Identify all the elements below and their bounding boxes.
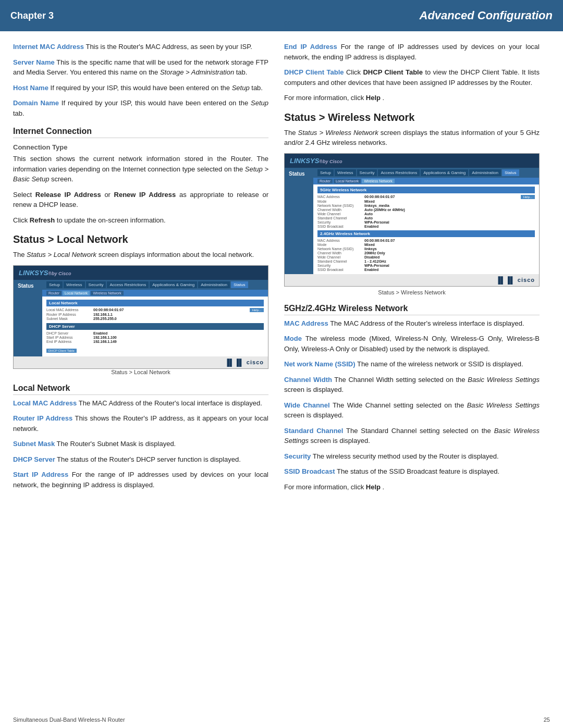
release-ip-pre: Select bbox=[13, 191, 35, 199]
status-wireless-heading: Status > Wireless Network bbox=[284, 112, 540, 124]
domain-name-term: Domain Name bbox=[13, 99, 59, 107]
start-ip-row: Start IP Address 192.168.1.100 bbox=[46, 336, 264, 339]
footer-left: Simultaneous Dual-Band Wireless-N Router bbox=[13, 717, 125, 723]
wireless-cisco-bars-icon: ▐▌▐▌ bbox=[496, 276, 515, 284]
wireless-linksys-footer: ▐▌▐▌ cisco bbox=[285, 274, 539, 286]
w-nav-wireless[interactable]: Wireless bbox=[335, 169, 356, 176]
domain-name-italic: Setup bbox=[251, 99, 268, 107]
wireless-body: 5GHz Wireless Network MAC Address 00:00:… bbox=[313, 184, 539, 274]
24ghz-stdch-row: Standard Channel 1 - 2.412GHz bbox=[317, 260, 535, 263]
dhcp-server-text: The status of the Router's DHCP server f… bbox=[57, 455, 241, 463]
nav-security[interactable]: Security bbox=[86, 281, 106, 288]
channel-width-text2: screen is displayed. bbox=[284, 386, 344, 393]
release-ip-bold1: Release IP Address bbox=[35, 191, 101, 199]
status-local-heading: Status > Local Network bbox=[13, 233, 268, 245]
channel-width-italic: Basic Wireless Settings bbox=[468, 376, 540, 384]
ssid-broadcast-para: SSID Broadcast The status of the SSID Br… bbox=[284, 466, 540, 477]
status-sidebar-label: Status bbox=[18, 283, 38, 289]
page-title: Advanced Configuration bbox=[420, 9, 553, 22]
dhcp-section-label: DHCP Server bbox=[46, 323, 264, 330]
cisco-logo: cisco bbox=[247, 359, 264, 365]
dhcp-client-bold: DHCP Client Table bbox=[363, 68, 423, 76]
refresh-para: Click Refresh to update the on-screen in… bbox=[13, 215, 268, 226]
linksys-body-local: Local Network Local MAC Address 00:00:86… bbox=[42, 297, 268, 356]
mode-term: Mode bbox=[284, 335, 302, 342]
connection-type-text1: This section shows the current network i… bbox=[13, 155, 268, 173]
security-text: The wireless security method used by the… bbox=[313, 452, 499, 460]
wide-channel-para: Wide Channel The Wide Channel setting se… bbox=[284, 400, 540, 421]
w-sub-local[interactable]: Local Network bbox=[334, 179, 361, 183]
local-network-caption: Status > Local Network bbox=[13, 369, 268, 375]
release-ip-bold2: Renew IP Address bbox=[114, 191, 176, 199]
nav-access[interactable]: Access Restrictions bbox=[107, 281, 149, 288]
release-ip-mid: or bbox=[104, 191, 114, 199]
wide-channel-term: Wide Channel bbox=[284, 401, 330, 409]
linksys-nav: Setup Wireless Security Access Restricti… bbox=[42, 280, 268, 290]
chapter-label: Chapter 3 bbox=[10, 10, 54, 21]
w-nav-status[interactable]: Status bbox=[502, 169, 519, 176]
local-mac-term: Local MAC Address bbox=[13, 399, 77, 407]
w-sub-router[interactable]: Router bbox=[317, 179, 333, 183]
24ghz-widech-row: Wide Channel Disabled bbox=[317, 255, 535, 259]
nav-admin[interactable]: Administration bbox=[198, 281, 230, 288]
dhcp-server-para: DHCP Server The status of the Router's D… bbox=[13, 454, 268, 465]
linksys-header: LINKSYS®by Cisco bbox=[14, 266, 268, 280]
mac-address-term: MAC Address bbox=[284, 319, 328, 327]
linksys-sub-nav: Router Local Network Wireless Network bbox=[42, 290, 268, 297]
server-name-text2: tab. bbox=[236, 68, 248, 76]
local-network-screenshot: LINKSYS®by Cisco Status Setup Wireless S… bbox=[13, 265, 268, 369]
w-nav-admin[interactable]: Administration bbox=[469, 169, 501, 176]
mode-para: Mode The wireless mode (Mixed, Wireless-… bbox=[284, 334, 540, 354]
sub-router[interactable]: Router bbox=[46, 291, 62, 295]
wireless-main-area: Setup Wireless Security Access Restricti… bbox=[313, 168, 539, 274]
w-nav-setup[interactable]: Setup bbox=[317, 169, 334, 176]
host-name-text: If required by your ISP, this would have… bbox=[51, 84, 232, 92]
right-help-para: For more information, click Help . bbox=[284, 93, 540, 103]
5ghz-section-title: 5GHz Wireless Network bbox=[317, 187, 535, 193]
wireless-status-sidebar: Status bbox=[285, 168, 313, 274]
w-sub-wireless[interactable]: Wireless Network bbox=[362, 179, 394, 183]
nav-setup[interactable]: Setup bbox=[46, 281, 63, 288]
main-content: Internet MAC Address This is the Router'… bbox=[0, 31, 563, 508]
sub-wireless[interactable]: Wireless Network bbox=[91, 291, 123, 295]
ghz-section-heading: 5GHz/2.4GHz Wireless Network bbox=[284, 304, 540, 315]
status-local-para: The Status > Local Network screen displa… bbox=[13, 250, 268, 260]
help-btn[interactable]: Help... bbox=[250, 308, 264, 312]
wireless-linksys-logo: LINKSYS®by Cisco bbox=[290, 157, 342, 165]
channel-width-para: Channel Width The Channel Width setting … bbox=[284, 375, 540, 395]
w-nav-security[interactable]: Security bbox=[357, 169, 377, 176]
24ghz-section-title: 2.4GHz Wireless Network bbox=[317, 230, 535, 237]
wireless-cisco-logo: cisco bbox=[518, 277, 535, 283]
sub-local-network[interactable]: Local Network bbox=[63, 291, 90, 295]
5ghz-security-row: Security WPA-Personal bbox=[317, 220, 535, 224]
standard-channel-para: Standard Channel The Standard Channel se… bbox=[284, 426, 540, 446]
dhcp-server-row: DHCP Server Enabled bbox=[46, 331, 264, 335]
w-nav-access[interactable]: Access Restrictions bbox=[378, 169, 420, 176]
local-mac-row: Local MAC Address 00:00:86:04:01:07 Help… bbox=[46, 308, 264, 312]
local-network-heading: Local Network bbox=[13, 384, 268, 395]
wide-channel-italic: Basic Wireless Settings bbox=[467, 401, 540, 409]
standard-channel-text: The Standard Channel setting selected on… bbox=[346, 427, 494, 435]
5ghz-mode-row: Mode Mixed bbox=[317, 200, 535, 203]
footer-right: 25 bbox=[544, 717, 550, 723]
host-name-para: Host Name If required by your ISP, this … bbox=[13, 83, 268, 93]
ssid-broadcast-term: SSID Broadcast bbox=[284, 467, 335, 475]
local-network-section-title: Local Network bbox=[46, 300, 264, 306]
subnet-mask-para: Subnet Mask The Router's Subnet Mask is … bbox=[13, 439, 268, 449]
connection-type-subheading: Connection Type bbox=[13, 143, 268, 151]
dhcp-client-table-button[interactable]: DHCP Client Table bbox=[46, 349, 77, 353]
w-help-btn[interactable]: Help... bbox=[521, 195, 535, 199]
security-para: Security The wireless security method us… bbox=[284, 451, 540, 462]
nav-wireless[interactable]: Wireless bbox=[64, 281, 85, 288]
subnet-mask-term: Subnet Mask bbox=[13, 440, 55, 448]
ssid-text: The name of the wireless network or SSID… bbox=[357, 360, 523, 368]
w-nav-apps[interactable]: Applications & Gaming bbox=[421, 169, 468, 176]
end-ip-para: End IP Address For the range of IP addre… bbox=[284, 42, 540, 62]
server-name-term: Server Name bbox=[13, 58, 55, 66]
nav-apps[interactable]: Applications & Gaming bbox=[150, 281, 197, 288]
refresh-pre: Click bbox=[13, 216, 30, 224]
cisco-bars-icon: ▐▌▐▌ bbox=[225, 359, 244, 366]
subnet-row: Subnet Mask 255.255.255.0 bbox=[46, 317, 264, 320]
nav-status[interactable]: Status bbox=[231, 281, 248, 288]
status-wireless-para: The Status > Wireless Network screen dis… bbox=[284, 128, 540, 148]
